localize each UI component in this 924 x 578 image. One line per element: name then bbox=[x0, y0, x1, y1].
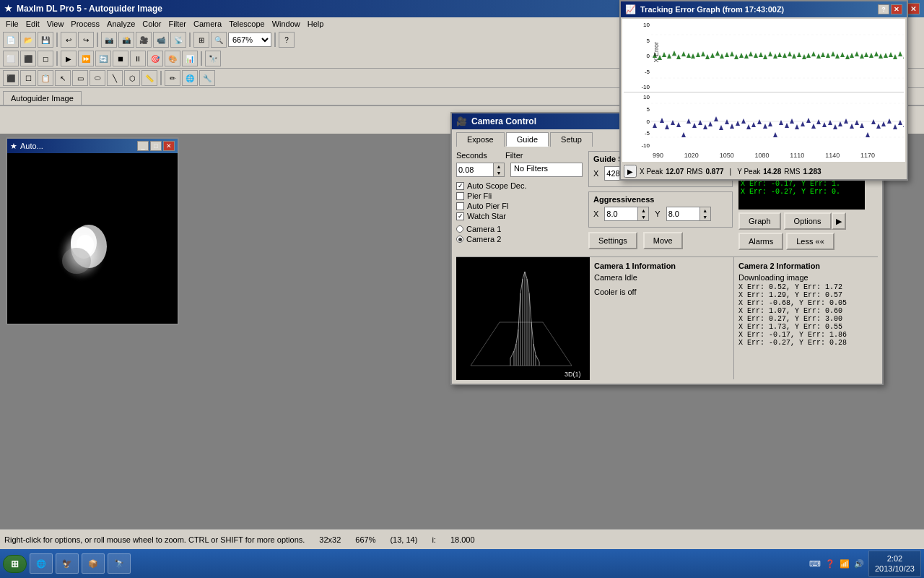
start-button[interactable]: ⊞ bbox=[3, 555, 27, 573]
tb2-3[interactable]: ◻ bbox=[38, 51, 53, 66]
agg-y-input[interactable] bbox=[667, 207, 699, 220]
tracking-close[interactable]: ✕ bbox=[891, 4, 902, 14]
menu-help[interactable]: Help bbox=[305, 19, 327, 29]
stop2-btn[interactable]: ⏹ bbox=[113, 51, 128, 66]
watch-star-checkbox[interactable] bbox=[456, 212, 464, 220]
menu-color[interactable]: Color bbox=[139, 19, 164, 29]
menu-file[interactable]: File bbox=[3, 19, 22, 29]
menu-window[interactable]: Window bbox=[269, 19, 303, 29]
tab-expose[interactable]: Expose bbox=[456, 132, 505, 147]
color-btn[interactable]: 🎨 bbox=[165, 51, 180, 66]
agg-x-up[interactable]: ▲ bbox=[638, 207, 648, 214]
rect-btn[interactable]: ▭ bbox=[72, 70, 88, 86]
agg-y-down[interactable]: ▼ bbox=[700, 214, 710, 220]
zoom-100-btn[interactable]: 🔍 bbox=[211, 32, 227, 48]
camera2-radio[interactable] bbox=[456, 236, 463, 243]
scope-btn[interactable]: 🔭 bbox=[205, 51, 221, 66]
menu-edit[interactable]: Edit bbox=[23, 19, 43, 29]
tab-setup[interactable]: Setup bbox=[550, 132, 593, 147]
auto-pier-flip-checkbox[interactable] bbox=[456, 202, 464, 210]
undo-btn[interactable]: ↩ bbox=[61, 32, 77, 48]
taskbar-item-eagle[interactable]: 🦅 bbox=[56, 553, 79, 574]
zoom-fit-btn[interactable]: ⊞ bbox=[193, 32, 209, 48]
open-btn[interactable]: 📂 bbox=[20, 32, 36, 48]
tb3-2[interactable]: ☐ bbox=[20, 70, 36, 86]
autoguider-tab[interactable]: Autoguider Image bbox=[3, 91, 82, 105]
tab-guide[interactable]: Guide bbox=[506, 132, 549, 147]
line-btn[interactable]: ╲ bbox=[107, 70, 123, 86]
wcs-btn[interactable]: 🌐 bbox=[182, 70, 198, 86]
auto-scope-dec-checkbox[interactable] bbox=[456, 182, 464, 190]
cam3-btn[interactable]: 🎥 bbox=[136, 32, 152, 48]
poly-btn[interactable]: ⬡ bbox=[124, 70, 140, 86]
menu-view[interactable]: View bbox=[44, 19, 67, 29]
new-btn[interactable]: 📄 bbox=[3, 32, 19, 48]
agg-x-down[interactable]: ▼ bbox=[638, 214, 648, 220]
pause-btn[interactable]: ⏸ bbox=[130, 51, 146, 66]
options-arrow-button[interactable]: ▶ bbox=[832, 212, 846, 230]
cursor-btn[interactable]: ↖ bbox=[55, 70, 71, 86]
annotate-btn[interactable]: ✏ bbox=[165, 70, 180, 86]
filter2-btn[interactable]: 🔧 bbox=[199, 70, 215, 86]
auto-maximize[interactable]: □ bbox=[150, 141, 162, 151]
agg-y-field[interactable]: ▲ ▼ bbox=[666, 207, 711, 221]
redo-btn[interactable]: ↪ bbox=[78, 32, 94, 48]
err-2: X Err: -0.68, Y Err: 0.05 bbox=[738, 299, 873, 307]
alarms-button[interactable]: Alarms bbox=[738, 233, 783, 250]
focus-btn[interactable]: 🎯 bbox=[147, 51, 163, 66]
menu-process[interactable]: Process bbox=[68, 19, 103, 29]
filter-dropdown[interactable]: No Filters bbox=[510, 163, 583, 177]
play-graph-btn[interactable]: ▶ bbox=[624, 165, 637, 178]
tracking-help[interactable]: ? bbox=[878, 4, 889, 14]
tracking-icon: 📈 bbox=[625, 4, 636, 14]
seconds-up[interactable]: ▲ bbox=[494, 163, 504, 170]
less-button[interactable]: Less «« bbox=[786, 233, 834, 250]
menu-analyze[interactable]: Analyze bbox=[104, 19, 138, 29]
auto-close[interactable]: ✕ bbox=[163, 141, 175, 151]
ellipse-btn[interactable]: ⬭ bbox=[90, 70, 105, 86]
taskbar-item-scope[interactable]: 🔭 bbox=[108, 553, 131, 574]
move-button[interactable]: Move bbox=[643, 232, 683, 249]
seq-btn[interactable]: ⏩ bbox=[78, 51, 94, 66]
settings-button[interactable]: Settings bbox=[588, 232, 637, 249]
seconds-input[interactable]: 0.08 bbox=[457, 163, 493, 176]
image-size: 32x32 bbox=[319, 535, 341, 544]
camera1-radio[interactable] bbox=[456, 225, 463, 233]
cam-btn[interactable]: 📷 bbox=[101, 32, 117, 48]
cam2-btn[interactable]: 📸 bbox=[118, 32, 134, 48]
calib-btn[interactable]: 📊 bbox=[182, 51, 198, 66]
tb3-3[interactable]: 📋 bbox=[38, 70, 53, 86]
help-btn[interactable]: ? bbox=[279, 32, 295, 48]
zoom-select[interactable]: 25% 50% 100% 200% 400% 667% 800% bbox=[228, 33, 271, 47]
agg-x-spinners[interactable]: ▲ ▼ bbox=[637, 207, 648, 220]
agg-y-spinners[interactable]: ▲ ▼ bbox=[699, 207, 710, 220]
graph-button[interactable]: Graph bbox=[738, 212, 781, 230]
pier-flip-checkbox[interactable] bbox=[456, 192, 464, 200]
taskbar-item-folder[interactable]: 📦 bbox=[82, 553, 105, 574]
tb2-2[interactable]: ⬛ bbox=[20, 51, 36, 66]
cam5-btn[interactable]: 📡 bbox=[170, 32, 186, 48]
seconds-field[interactable]: 0.08 ▲ ▼ bbox=[456, 163, 505, 177]
tracking-controls: ? ✕ bbox=[878, 4, 902, 14]
save-btn[interactable]: 💾 bbox=[38, 32, 53, 48]
seconds-down[interactable]: ▼ bbox=[494, 170, 504, 176]
agg-x-input[interactable] bbox=[605, 207, 637, 220]
tb3-1[interactable]: ⬛ bbox=[3, 70, 19, 86]
tracking-graph-window: 📈 Tracking Error Graph (from 17:43:00Z) … bbox=[619, 0, 908, 181]
play-btn[interactable]: ▶ bbox=[61, 51, 77, 66]
loop-btn[interactable]: 🔄 bbox=[95, 51, 111, 66]
auto-minimize[interactable]: _ bbox=[137, 141, 149, 151]
seconds-spinners[interactable]: ▲ ▼ bbox=[493, 163, 504, 176]
taskbar-item-ie[interactable]: 🌐 bbox=[30, 553, 53, 574]
tb2-1[interactable]: ⬜ bbox=[3, 51, 19, 66]
close-button[interactable]: ✕ bbox=[907, 3, 920, 14]
menu-camera[interactable]: Camera bbox=[191, 19, 225, 29]
menu-filter[interactable]: Filter bbox=[166, 19, 189, 29]
ruler-btn[interactable]: 📏 bbox=[141, 70, 157, 86]
sep6 bbox=[201, 51, 202, 66]
agg-x-field[interactable]: ▲ ▼ bbox=[604, 207, 649, 221]
menu-telescope[interactable]: Telescope bbox=[226, 19, 268, 29]
options-button[interactable]: Options bbox=[784, 212, 832, 230]
agg-y-up[interactable]: ▲ bbox=[700, 207, 710, 214]
cam4-btn[interactable]: 📹 bbox=[153, 32, 169, 48]
